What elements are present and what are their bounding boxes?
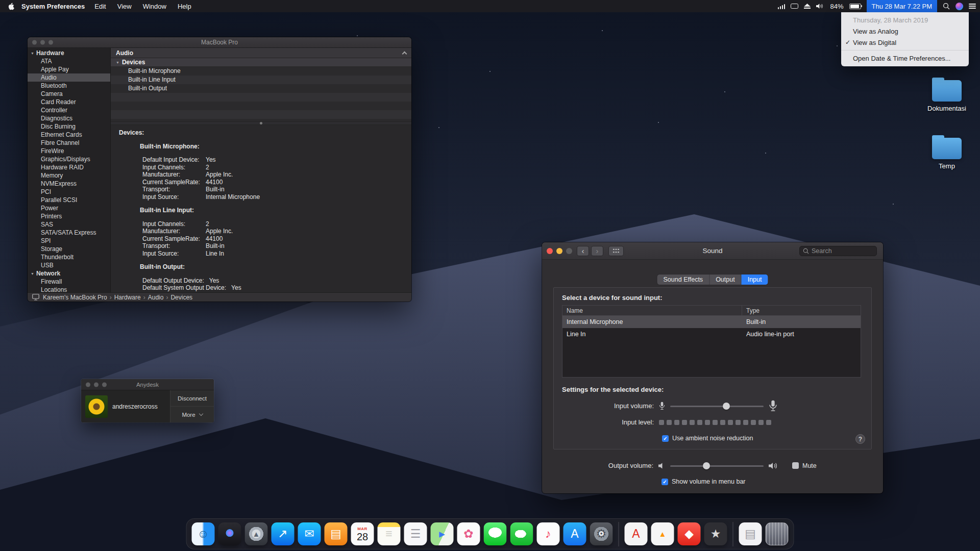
column-header-type[interactable]: Type: [742, 307, 861, 314]
dock-system-preferences-icon[interactable]: ⚙: [590, 522, 613, 545]
desktop-folder-dokumentasi[interactable]: Dokumentasi: [925, 80, 968, 112]
sidebar-section-hardware[interactable]: ▼Hardware: [28, 49, 110, 57]
dock-trash-icon[interactable]: [766, 522, 789, 545]
close-button[interactable]: [86, 382, 90, 387]
menu-help[interactable]: Help: [172, 3, 197, 10]
breadcrumb-item-devices[interactable]: Devices: [170, 294, 192, 301]
pane-splitter[interactable]: [111, 121, 411, 125]
sidebar-item-parallel-scsi[interactable]: Parallel SCSI: [28, 196, 110, 204]
search-field[interactable]: [799, 246, 877, 256]
notification-center-icon[interactable]: [969, 4, 976, 9]
display-icon[interactable]: [791, 4, 798, 9]
sidebar-item-diagnostics[interactable]: Diagnostics: [28, 114, 110, 122]
dock-maps-icon[interactable]: ▶: [431, 522, 454, 545]
ambient-noise-checkbox[interactable]: ✓: [662, 435, 669, 442]
sidebar-item-printers[interactable]: Printers: [28, 212, 110, 220]
close-button[interactable]: [547, 248, 553, 254]
dock-safari-icon[interactable]: ↗: [272, 522, 295, 545]
sidebar-item-ethernet-cards[interactable]: Ethernet Cards: [28, 131, 110, 139]
device-row-internal-microphone[interactable]: Internal MicrophoneBuilt-in: [562, 316, 861, 328]
sidebar-item-sata-sata-express[interactable]: SATA/SATA Express: [28, 229, 110, 237]
sidebar-item-nvmexpress[interactable]: NVMExpress: [28, 180, 110, 188]
dock-facetime-icon[interactable]: [510, 522, 533, 545]
device-row-line-in[interactable]: Line InAudio line-in port: [562, 328, 861, 340]
mute-checkbox[interactable]: [792, 462, 799, 469]
output-volume-knob[interactable]: [703, 462, 710, 469]
tab-output[interactable]: Output: [709, 274, 742, 285]
breadcrumb-item-hardware[interactable]: Hardware: [114, 294, 141, 301]
sidebar-item-usb[interactable]: USB: [28, 261, 110, 269]
sidebar-item-ata[interactable]: ATA: [28, 57, 110, 65]
menu-window[interactable]: Window: [137, 3, 172, 10]
forward-button[interactable]: ›: [591, 246, 603, 256]
menu-item-view-as-digital[interactable]: ✓View as Digital: [841, 37, 969, 48]
close-button[interactable]: [32, 40, 37, 45]
siri-icon[interactable]: [955, 3, 963, 10]
sidebar-section-network[interactable]: ▼Network: [28, 269, 110, 278]
sidebar-item-sas[interactable]: SAS: [28, 220, 110, 229]
anydesk-titlebar[interactable]: Anydesk: [81, 379, 214, 390]
dock-calendar-icon[interactable]: MAR28: [351, 522, 374, 545]
sidebar-item-controller[interactable]: Controller: [28, 106, 110, 114]
sidebar-item-graphics-displays[interactable]: Graphics/Displays: [28, 155, 110, 163]
zoom-button[interactable]: [102, 382, 107, 387]
dock-utility-app-icon[interactable]: ★: [704, 522, 727, 545]
sidebar-item-spi[interactable]: SPI: [28, 237, 110, 245]
sidebar-item-audio[interactable]: Audio: [28, 73, 110, 82]
show-all-button[interactable]: [608, 246, 624, 256]
dock-mail-icon[interactable]: ✉: [298, 522, 321, 545]
output-volume-slider[interactable]: [670, 462, 764, 469]
dock-pdf-app-icon[interactable]: ◆: [678, 522, 701, 545]
device-item-built-in-microphone[interactable]: Built-in Microphone: [111, 67, 411, 76]
sidebar-item-firewall[interactable]: Firewall: [28, 278, 110, 286]
clock-menu[interactable]: Thu 28 Mar 7.22 PM: [867, 0, 938, 12]
search-input[interactable]: [812, 247, 873, 255]
dock-document-stack-icon[interactable]: ▤: [739, 522, 762, 545]
minimize-button[interactable]: [94, 382, 99, 387]
spotlight-icon[interactable]: [943, 3, 950, 10]
dock-launchpad-icon[interactable]: ▲: [245, 522, 268, 545]
minimize-button[interactable]: [40, 40, 45, 45]
tab-input[interactable]: Input: [742, 274, 768, 285]
dock-office-app-icon[interactable]: ▲: [651, 522, 674, 545]
dock-siri-icon[interactable]: [218, 522, 241, 545]
tab-sound-effects[interactable]: Sound Effects: [657, 274, 710, 285]
menu-item-open-date-time-preferences[interactable]: Open Date & Time Preferences...: [841, 53, 969, 64]
volume-icon[interactable]: [816, 3, 824, 9]
sidebar-item-camera[interactable]: Camera: [28, 90, 110, 98]
menu-item-view-as-analog[interactable]: View as Analog: [841, 26, 969, 37]
dock-app-store-icon[interactable]: A: [564, 522, 586, 545]
sidebar-item-apple-pay[interactable]: Apple Pay: [28, 65, 110, 73]
help-button[interactable]: ?: [855, 434, 865, 444]
sidebar-item-power[interactable]: Power: [28, 204, 110, 212]
sound-titlebar[interactable]: ‹ › Sound: [542, 242, 883, 260]
input-volume-slider[interactable]: [670, 403, 764, 410]
menu-view[interactable]: View: [112, 3, 137, 10]
minimize-button[interactable]: [556, 248, 562, 254]
sidebar-item-card-reader[interactable]: Card Reader: [28, 98, 110, 106]
signal-icon[interactable]: [778, 4, 786, 9]
sidebar-item-firewire[interactable]: FireWire: [28, 147, 110, 155]
sysinfo-titlebar[interactable]: MacBook Pro: [28, 37, 411, 48]
eject-icon[interactable]: [804, 4, 811, 9]
zoom-button[interactable]: [48, 40, 53, 45]
dock-finder-icon[interactable]: ☺: [192, 522, 215, 545]
sidebar-item-pci[interactable]: PCI: [28, 188, 110, 196]
dock-books-icon[interactable]: ▤: [325, 522, 348, 545]
device-item-built-in-output[interactable]: Built-in Output: [111, 84, 411, 93]
breadcrumb-item-kareem-s-macbook-pro[interactable]: Kareem's MacBook Pro: [43, 294, 107, 301]
back-button[interactable]: ‹: [577, 246, 589, 256]
disconnect-button[interactable]: Disconnect: [170, 390, 214, 406]
sidebar-item-fibre-channel[interactable]: Fibre Channel: [28, 139, 110, 147]
dock-anydesk-icon[interactable]: A: [625, 522, 648, 545]
input-volume-knob[interactable]: [723, 403, 730, 410]
desktop-folder-temp[interactable]: Temp: [925, 138, 968, 170]
menu-edit[interactable]: Edit: [89, 3, 111, 10]
sidebar-item-disc-burning[interactable]: Disc Burning: [28, 122, 110, 131]
sidebar-item-memory[interactable]: Memory: [28, 171, 110, 180]
sidebar-item-hardware-raid[interactable]: Hardware RAID: [28, 163, 110, 171]
breadcrumb-item-audio[interactable]: Audio: [148, 294, 164, 301]
sidebar-item-thunderbolt[interactable]: Thunderbolt: [28, 253, 110, 261]
dock-reminders-icon[interactable]: ☰: [404, 522, 427, 545]
column-header-name[interactable]: Name: [562, 306, 742, 315]
